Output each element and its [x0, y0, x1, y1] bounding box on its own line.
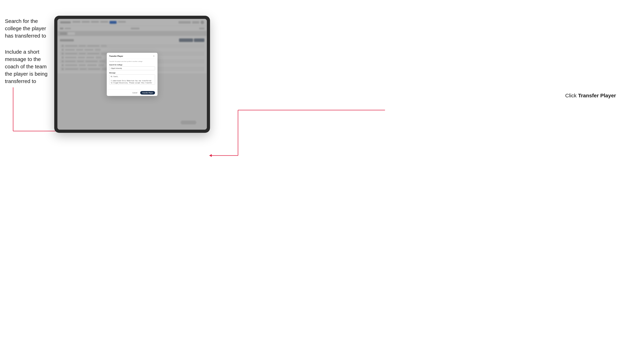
modal-overlay: Transfer Player ✕ Transfer the player an… — [58, 19, 207, 130]
message-label: Message — [109, 72, 155, 74]
search-college-label: Search for College — [109, 64, 155, 66]
close-button[interactable]: ✕ — [152, 55, 155, 57]
annotation-left: Search for the college the player has tr… — [5, 17, 52, 85]
search-college-input[interactable] — [109, 66, 155, 70]
modal-footer: Cancel Transfer Player — [107, 89, 158, 96]
transfer-player-button[interactable]: Transfer Player — [140, 91, 155, 95]
cancel-button[interactable]: Cancel — [131, 91, 139, 94]
modal-description: Transfer the player and their profile to… — [109, 61, 155, 62]
transfer-player-modal: Transfer Player ✕ Transfer the player an… — [107, 53, 158, 96]
svg-marker-6 — [209, 154, 212, 157]
ipad-screen: Transfer Player ✕ Transfer the player an… — [58, 19, 207, 130]
modal-title: Transfer Player — [109, 55, 123, 57]
modal-body: Transfer the player and their profile to… — [107, 59, 158, 89]
message-group: Message — [109, 72, 155, 85]
annotation-message-text: Include a short message to the coach of … — [5, 48, 52, 85]
search-college-group: Search for College — [109, 64, 155, 70]
annotation-search-text: Search for the college the player has tr… — [5, 17, 52, 39]
annotation-right: Click Transfer Player — [565, 93, 616, 99]
ipad-device: Transfer Player ✕ Transfer the player an… — [54, 16, 210, 133]
message-textarea[interactable] — [109, 74, 155, 85]
annotation-transfer-bold: Transfer Player — [578, 93, 616, 98]
annotation-click-text: Click — [565, 93, 578, 98]
modal-header: Transfer Player ✕ — [107, 53, 158, 59]
